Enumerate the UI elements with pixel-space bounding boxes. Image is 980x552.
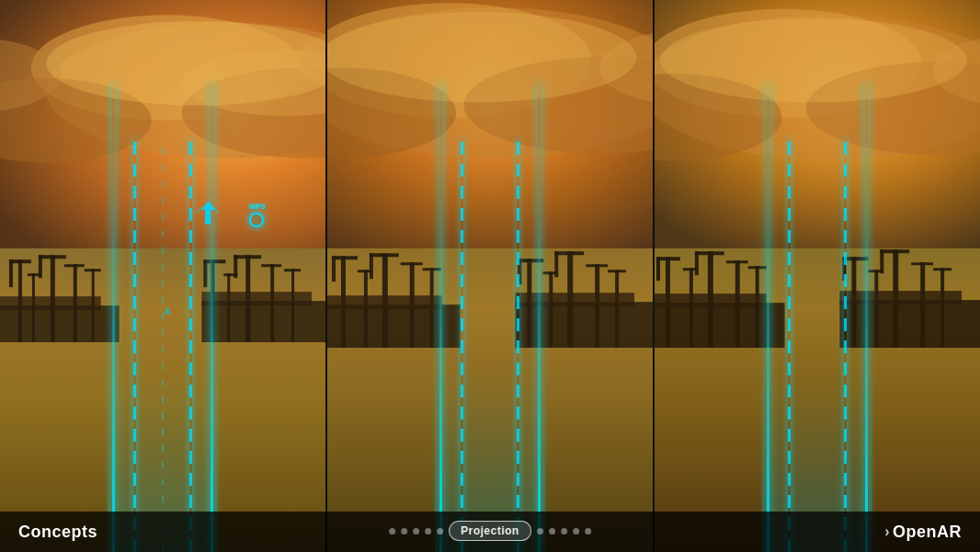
openar-text: OpenAR [893, 523, 962, 542]
svg-rect-25 [203, 259, 207, 287]
dot-5[interactable] [437, 528, 443, 535]
svg-rect-36 [201, 292, 312, 305]
svg-rect-114 [911, 262, 933, 265]
svg-rect-103 [655, 303, 785, 348]
svg-rect-15 [39, 255, 66, 259]
track-dash-left-m [461, 138, 463, 552]
svg-point-44 [327, 12, 637, 102]
track-dash-right-m [517, 138, 519, 552]
dot-1[interactable] [389, 528, 395, 535]
track-line-right-l [211, 83, 213, 552]
openar-label: › OpenAR [884, 523, 962, 542]
concepts-label: Concepts [18, 523, 97, 542]
track-line-right-r [865, 83, 868, 552]
svg-rect-93 [656, 257, 660, 281]
track-line-right-m [538, 83, 541, 552]
svg-rect-34 [284, 269, 301, 271]
dot-7[interactable] [537, 528, 543, 535]
svg-rect-35 [201, 301, 325, 342]
dot-8[interactable] [549, 528, 555, 535]
svg-rect-29 [234, 255, 261, 259]
svg-rect-71 [586, 264, 608, 267]
svg-rect-20 [85, 269, 101, 271]
panel-left: WP5 [0, 0, 325, 552]
svg-rect-68 [554, 251, 584, 255]
track-line-left-l [112, 83, 115, 552]
dot-4[interactable] [425, 528, 431, 535]
dot-3[interactable] [413, 528, 419, 535]
svg-rect-30 [234, 255, 237, 278]
svg-rect-112 [880, 249, 883, 273]
svg-rect-98 [695, 251, 699, 275]
svg-rect-57 [401, 262, 423, 265]
svg-rect-11 [9, 259, 13, 287]
svg-rect-18 [64, 264, 85, 267]
svg-rect-104 [655, 293, 767, 307]
panel-mid: 1 WP2 [327, 0, 653, 552]
svg-rect-69 [554, 251, 558, 277]
svg-rect-102 [748, 266, 767, 269]
svg-rect-111 [880, 249, 909, 253]
svg-rect-21 [0, 305, 120, 342]
track-dash-right-l [189, 138, 192, 552]
svg-rect-55 [370, 253, 373, 279]
svg-rect-73 [608, 270, 626, 272]
track-dash-right-r [844, 138, 847, 552]
cranes-right [655, 182, 980, 348]
svg-rect-118 [839, 291, 962, 305]
openar-symbol: › [884, 523, 890, 540]
track-line-left-m [439, 83, 442, 552]
track-dash-left-r [788, 138, 791, 552]
dot-9[interactable] [561, 528, 567, 535]
track-line-left-r [767, 83, 769, 552]
cranes-mid [327, 182, 653, 348]
svg-rect-59 [423, 268, 441, 270]
svg-rect-49 [332, 256, 358, 259]
svg-rect-61 [327, 295, 442, 309]
svg-rect-100 [726, 260, 748, 263]
track-dash-left-l [133, 138, 136, 552]
svg-rect-74 [515, 302, 653, 348]
svg-rect-116 [933, 268, 952, 270]
pagination: Projection [389, 521, 591, 541]
svg-rect-22 [0, 296, 101, 310]
svg-rect-16 [39, 255, 42, 278]
dot-11[interactable] [585, 528, 591, 535]
svg-rect-32 [261, 264, 281, 267]
track-center-l [162, 138, 164, 552]
main-scene: WP5 [0, 0, 980, 552]
svg-point-87 [660, 18, 967, 103]
svg-rect-54 [370, 253, 399, 257]
panel-right: 1 WP2 [655, 0, 980, 552]
projection-pill[interactable]: Projection [449, 521, 531, 541]
dot-10[interactable] [573, 528, 579, 535]
svg-rect-97 [695, 251, 724, 255]
svg-rect-75 [515, 293, 634, 306]
dot-2[interactable] [401, 528, 407, 535]
svg-rect-117 [839, 300, 980, 348]
svg-rect-50 [332, 256, 336, 282]
